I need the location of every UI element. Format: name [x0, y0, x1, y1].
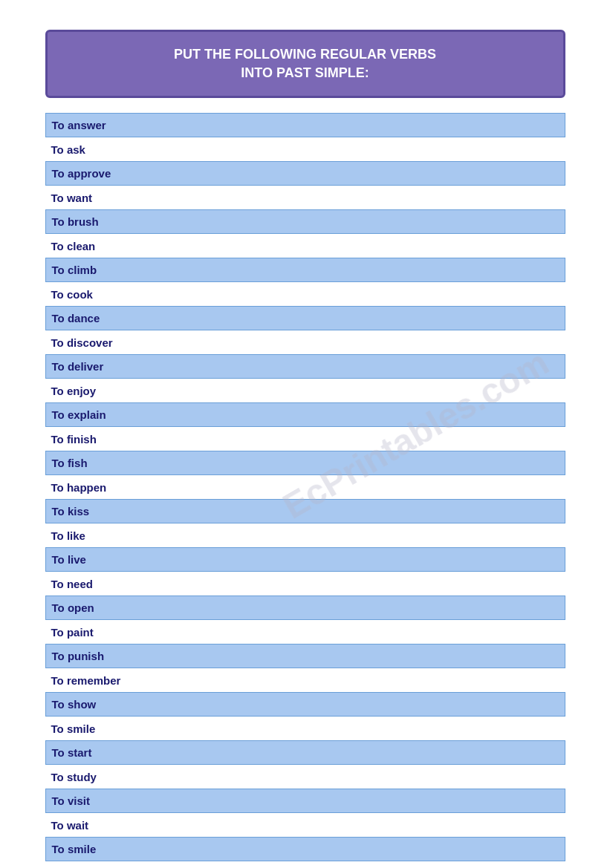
verb-item: To live: [45, 547, 565, 572]
verb-item: To kiss: [45, 499, 565, 523]
verb-item: To remember: [45, 669, 565, 692]
verb-item: To paint: [45, 621, 565, 644]
verb-item: To want: [45, 186, 565, 209]
verb-item: To punish: [45, 644, 565, 668]
verb-item: To start: [45, 740, 565, 765]
verb-item: To smile: [45, 717, 565, 740]
verb-item: To finish: [45, 428, 565, 451]
header-box: PUT THE FOLLOWING REGULAR VERBS INTO PAS…: [45, 30, 565, 98]
verb-item: To open: [45, 595, 565, 620]
verb-item: To climb: [45, 258, 565, 282]
title-line1: PUT THE FOLLOWING REGULAR VERBS: [174, 47, 436, 62]
verb-item: To study: [45, 766, 565, 789]
verb-item: To brush: [45, 209, 565, 234]
verb-item: To smile: [45, 837, 565, 861]
verb-item: To show: [45, 692, 565, 717]
verb-item: To discover: [45, 331, 565, 354]
header-title: PUT THE FOLLOWING REGULAR VERBS INTO PAS…: [62, 45, 548, 82]
verb-item: To fish: [45, 451, 565, 475]
verb-item: To happen: [45, 476, 565, 499]
title-line2: INTO PAST SIMPLE:: [241, 65, 369, 80]
verb-item: To deliver: [45, 354, 565, 379]
verb-item: To explain: [45, 402, 565, 427]
verb-item: To approve: [45, 161, 565, 186]
verb-item: To wait: [45, 814, 565, 837]
verb-item: To enjoy: [45, 379, 565, 402]
verb-item: To clean: [45, 235, 565, 258]
verb-item: To visit: [45, 789, 565, 813]
verb-list: To answerTo askTo approveTo wantTo brush…: [45, 113, 565, 861]
verb-item: To dance: [45, 306, 565, 330]
verb-item: To like: [45, 524, 565, 547]
page-container: PUT THE FOLLOWING REGULAR VERBS INTO PAS…: [45, 30, 565, 861]
verb-item: To answer: [45, 113, 565, 137]
verb-item: To need: [45, 572, 565, 595]
verb-item: To cook: [45, 283, 565, 306]
verb-item: To ask: [45, 138, 565, 161]
